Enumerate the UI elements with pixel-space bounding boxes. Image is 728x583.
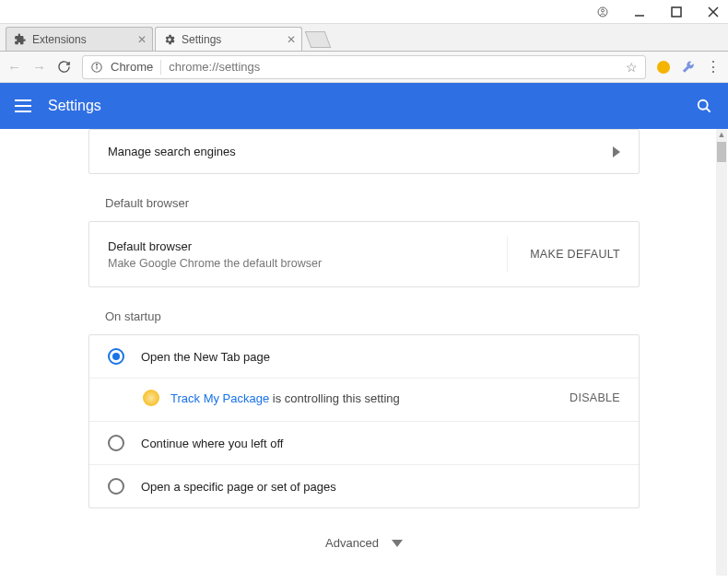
search-icon[interactable]	[695, 97, 713, 115]
forward-button[interactable]: →	[32, 59, 46, 75]
window-titlebar	[0, 0, 728, 24]
notice-text: is controlling this setting	[269, 391, 400, 405]
make-default-button[interactable]: MAKE DEFAULT	[507, 237, 620, 272]
new-tab-button[interactable]	[305, 31, 332, 48]
scrollbar[interactable]: ▲	[716, 129, 727, 576]
back-button[interactable]: ←	[7, 59, 21, 75]
startup-option-continue[interactable]: Continue where you left off	[89, 422, 639, 465]
tab-settings[interactable]: Settings ✕	[155, 27, 302, 51]
on-startup-card: Open the New Tab page Track My Package i…	[88, 334, 640, 508]
gear-icon	[163, 33, 176, 46]
browser-toolbar: ← → Chrome chrome://settings ☆ ⋮	[0, 52, 728, 83]
content-area: Manage search engines Default browser De…	[13, 129, 715, 576]
separator	[160, 60, 161, 75]
kebab-menu-icon[interactable]: ⋮	[706, 58, 721, 76]
section-on-startup: On startup	[105, 309, 715, 323]
hamburger-icon[interactable]	[15, 99, 31, 112]
radio-unchecked-icon[interactable]	[108, 435, 124, 451]
extension-badge-icon	[143, 390, 159, 406]
bookmark-star-icon[interactable]: ☆	[626, 60, 638, 75]
tab-extensions[interactable]: Extensions ✕	[6, 27, 153, 51]
advanced-label: Advanced	[325, 536, 379, 550]
default-browser-title: Default browser	[108, 239, 322, 253]
svg-line-10	[707, 109, 710, 112]
default-browser-card: Default browser Make Google Chrome the d…	[88, 221, 640, 287]
info-icon	[90, 61, 103, 74]
close-button[interactable]	[708, 6, 719, 17]
advanced-toggle[interactable]: Advanced	[13, 536, 715, 550]
user-profile-icon[interactable]	[597, 6, 608, 17]
scrollbar-thumb[interactable]	[717, 142, 726, 162]
chevron-right-icon	[613, 146, 620, 157]
option-label: Continue where you left off	[141, 437, 283, 450]
svg-point-9	[699, 100, 708, 110]
settings-header: Settings	[0, 83, 728, 129]
scroll-up-icon[interactable]: ▲	[716, 129, 727, 140]
tab-strip: Extensions ✕ Settings ✕	[0, 24, 728, 52]
disable-button[interactable]: DISABLE	[569, 391, 620, 404]
maximize-button[interactable]	[671, 6, 682, 17]
chevron-down-icon	[392, 540, 403, 547]
manage-search-engines-row[interactable]: Manage search engines	[88, 129, 640, 174]
tab-label: Extensions	[32, 33, 87, 46]
section-default-browser: Default browser	[105, 196, 715, 210]
reload-button[interactable]	[57, 60, 71, 74]
address-bar[interactable]: Chrome chrome://settings ☆	[82, 55, 646, 79]
extension-icon[interactable]	[657, 61, 670, 74]
url-text: chrome://settings	[169, 60, 260, 74]
controlled-by-extension-notice: Track My Package is controlling this set…	[89, 379, 639, 422]
chrome-chip: Chrome	[111, 60, 153, 74]
svg-rect-3	[672, 7, 681, 17]
svg-point-8	[96, 64, 97, 64]
puzzle-icon	[14, 33, 27, 46]
option-label: Open the New Tab page	[141, 350, 270, 364]
extension-name-link[interactable]: Track My Package	[170, 391, 269, 405]
svg-point-1	[602, 9, 605, 12]
radio-unchecked-icon[interactable]	[108, 478, 124, 495]
tab-label: Settings	[182, 33, 221, 46]
row-label: Manage search engines	[108, 145, 236, 158]
minimize-button[interactable]	[634, 6, 645, 17]
close-icon[interactable]: ✕	[287, 33, 296, 46]
default-browser-subtitle: Make Google Chrome the default browser	[108, 257, 322, 270]
radio-checked-icon[interactable]	[108, 348, 124, 365]
startup-option-newtab[interactable]: Open the New Tab page	[89, 335, 639, 379]
wrench-icon[interactable]	[681, 60, 695, 74]
option-label: Open a specific page or set of pages	[141, 480, 336, 494]
close-icon[interactable]: ✕	[137, 33, 147, 46]
page-title: Settings	[48, 98, 101, 114]
startup-option-specific[interactable]: Open a specific page or set of pages	[89, 465, 639, 507]
